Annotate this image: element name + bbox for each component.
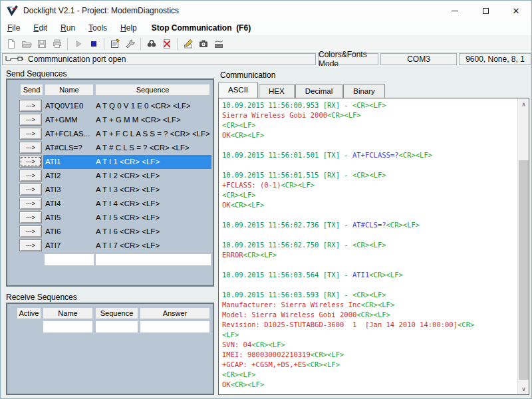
clear-communication-icon[interactable] xyxy=(159,37,174,51)
docklight-app-icon xyxy=(7,5,18,16)
new-sequence-value-cell[interactable] xyxy=(96,254,211,265)
edit-notes-icon[interactable] xyxy=(180,37,196,51)
sequence-value-cell[interactable]: A T + G M M <CR> <LF> xyxy=(96,113,211,127)
menu-bar: FileEditRunToolsHelpStop Communication (… xyxy=(1,21,531,35)
sequence-name-cell[interactable]: ATI2 xyxy=(45,169,61,183)
sequence-value-cell[interactable]: A T I 3 <CR> <LF> xyxy=(96,183,211,197)
send-row-cells[interactable]: AT#CLS=?A T # C L S = ? <CR> <LF> xyxy=(43,141,211,155)
options-wrench-icon[interactable] xyxy=(122,37,138,51)
sequence-value-cell[interactable]: A T I 2 <CR> <LF> xyxy=(96,169,211,183)
tab-hex[interactable]: HEX xyxy=(259,84,295,98)
log-line: +GCAP: +CGSM,+DS,+ES<CR><LF> xyxy=(222,360,517,370)
name-column-header: Name xyxy=(43,308,92,319)
send-button[interactable]: ---> xyxy=(19,170,42,182)
find-icon[interactable] xyxy=(144,37,159,51)
start-communication-icon[interactable] xyxy=(70,37,86,51)
sequence-value-cell[interactable]: A T I 5 <CR> <LF> xyxy=(96,211,211,225)
save-project-icon[interactable] xyxy=(34,37,49,51)
send-row: --->AT#CLS=?A T # C L S = ? <CR> <LF> xyxy=(7,141,213,155)
scroll-up-icon[interactable]: ∧ xyxy=(518,98,529,110)
send-row-cells[interactable]: ATI3A T I 3 <CR> <LF> xyxy=(43,183,211,197)
port-settings-box[interactable]: 9600, None, 8, 1 xyxy=(459,53,531,65)
sequence-name-cell[interactable]: ATI7 xyxy=(45,239,61,253)
send-button[interactable]: ---> xyxy=(19,142,42,154)
log-line: ERROR<CR><LF> xyxy=(222,250,517,260)
tab-ascii[interactable]: ASCII xyxy=(218,82,258,98)
new-receive-name-cell[interactable] xyxy=(43,321,92,332)
send-button[interactable]: ---> xyxy=(19,114,42,126)
sequence-value-cell[interactable]: A T # C L S = ? <CR> <LF> xyxy=(96,141,211,155)
menu-help[interactable]: Help xyxy=(114,21,144,35)
sequence-value-cell[interactable]: A T I 1 <CR> <LF> xyxy=(96,155,211,169)
send-row: --->ATI7A T I 7 <CR> <LF> xyxy=(7,239,213,253)
send-button[interactable]: ---> xyxy=(19,239,42,251)
sequence-value-cell[interactable]: A T I 7 <CR> <LF> xyxy=(96,239,211,253)
display-mode-box[interactable]: Colors&Fonts Mode xyxy=(318,53,378,65)
keyboard-console-icon[interactable] xyxy=(211,37,226,51)
snapshot-icon[interactable] xyxy=(196,37,211,51)
answer-column-header: Answer xyxy=(140,308,209,319)
send-row-cells[interactable]: AT+FCLAS...A T + F C L A S S = ? <CR> <L… xyxy=(43,127,211,141)
menu-edit[interactable]: Edit xyxy=(27,21,54,35)
scrollbar-thumb[interactable] xyxy=(519,160,529,380)
tab-decimal[interactable]: Decimal xyxy=(295,84,343,98)
log-line: <CR><LF> xyxy=(222,190,517,200)
send-row: --->ATI5A T I 5 <CR> <LF> xyxy=(7,211,213,225)
sequence-name-cell[interactable]: ATQ0V1E0 xyxy=(45,99,83,113)
menu-file[interactable]: File xyxy=(1,21,27,35)
sequence-name-cell[interactable]: ATI4 xyxy=(45,197,61,211)
log-line: <LF> xyxy=(222,330,517,340)
send-row: --->ATQ0V1E0A T Q 0 V 1 E 0 <CR> <LF> xyxy=(7,99,213,113)
new-file-icon[interactable] xyxy=(3,37,19,51)
new-receive-sequence-cell[interactable] xyxy=(96,321,138,332)
send-row-cells[interactable]: ATI7A T I 7 <CR> <LF> xyxy=(43,239,211,253)
send-button[interactable]: ---> xyxy=(19,211,42,223)
open-project-icon[interactable] xyxy=(19,37,34,51)
close-button[interactable]: ✕ xyxy=(501,1,531,21)
send-button[interactable]: ---> xyxy=(19,225,42,237)
send-row-cells[interactable]: AT+GMMA T + G M M <CR> <LF> xyxy=(43,113,211,127)
tab-binary[interactable]: Binary xyxy=(343,84,385,98)
send-button[interactable]: ---> xyxy=(19,184,42,196)
sequence-name-cell[interactable]: AT+FCLAS... xyxy=(45,127,90,141)
send-row-cells[interactable]: ATI4A T I 4 <CR> <LF> xyxy=(43,197,211,211)
status-message: Commmunication port open xyxy=(28,55,126,64)
send-row-cells[interactable]: ATI1A T I 1 <CR> <LF> xyxy=(43,155,211,169)
send-button[interactable]: ---> xyxy=(19,128,42,140)
send-row-cells[interactable]: ATI2A T I 2 <CR> <LF> xyxy=(43,169,211,183)
minimize-button[interactable] xyxy=(440,1,470,21)
new-receive-answer-cell[interactable] xyxy=(140,321,209,332)
scroll-down-icon[interactable]: ∨ xyxy=(518,383,529,394)
sequence-name-cell[interactable]: ATI3 xyxy=(45,183,61,197)
log-line: SVN: 04<CR><LF> xyxy=(222,340,517,350)
menu-stop-communication[interactable]: Stop Communication (F6) xyxy=(144,23,251,33)
sequence-name-cell[interactable]: AT#CLS=? xyxy=(45,141,82,155)
print-icon[interactable] xyxy=(49,37,65,51)
sequence-value-cell[interactable]: A T I 4 <CR> <LF> xyxy=(96,197,211,211)
sequence-value-cell[interactable]: A T Q 0 V 1 E 0 <CR> <LF> xyxy=(96,99,211,113)
log-line: Manufacturer: Sierra Wireless Inc<CR><LF… xyxy=(222,300,517,310)
log-scrollbar[interactable]: ∧ ∨ xyxy=(517,98,529,394)
sequence-name-cell[interactable]: ATI6 xyxy=(45,225,61,239)
sequence-name-cell[interactable]: ATI5 xyxy=(45,211,61,225)
send-button[interactable]: ---> xyxy=(19,156,42,168)
toolbar-separator xyxy=(177,38,178,50)
send-row-cells[interactable]: ATI5A T I 5 <CR> <LF> xyxy=(43,211,211,225)
send-button[interactable]: ---> xyxy=(19,198,42,209)
send-row-cells[interactable]: ATI6A T I 6 <CR> <LF> xyxy=(43,225,211,239)
new-sequence-name-cell[interactable] xyxy=(45,254,94,265)
send-row: --->ATI3A T I 3 <CR> <LF> xyxy=(7,183,213,197)
send-row: --->ATI2A T I 2 <CR> <LF> xyxy=(7,169,213,183)
project-settings-icon[interactable] xyxy=(107,37,122,51)
maximize-button[interactable] xyxy=(470,1,501,21)
stop-communication-icon[interactable] xyxy=(86,37,101,51)
send-button[interactable]: ---> xyxy=(19,100,42,112)
sequence-name-cell[interactable]: ATI1 xyxy=(45,155,61,169)
com-port-box[interactable]: COM3 xyxy=(380,53,457,65)
sequence-value-cell[interactable]: A T I 6 <CR> <LF> xyxy=(96,225,211,239)
send-row-cells[interactable]: ATQ0V1E0A T Q 0 V 1 E 0 <CR> <LF> xyxy=(43,99,211,113)
menu-tools[interactable]: Tools xyxy=(82,21,114,35)
sequence-name-cell[interactable]: AT+GMM xyxy=(45,113,78,127)
sequence-value-cell[interactable]: A T + F C L A S S = ? <CR> <LF> xyxy=(96,127,211,141)
menu-run[interactable]: Run xyxy=(54,21,82,35)
